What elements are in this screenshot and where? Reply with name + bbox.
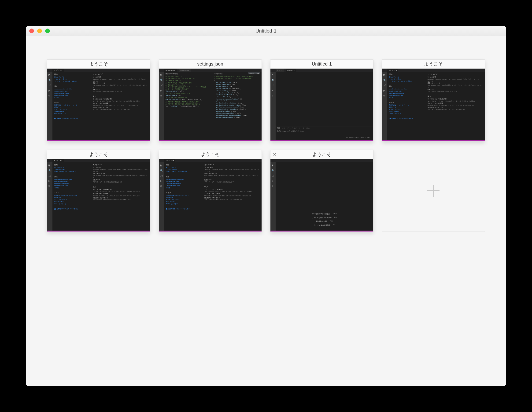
activity-bar-icon[interactable]: ⎘ — [160, 74, 163, 76]
activity-bar-icon[interactable]: ▶ — [160, 179, 163, 182]
activity-bar-icon[interactable]: ⎇ — [48, 174, 51, 177]
activity-bar-icon[interactable]: ⧉ — [272, 185, 275, 187]
tile-header: ✕ ようこそ — [270, 150, 373, 159]
tab-tile-5[interactable]: ようこそ ✕ ようこそ ● ⎘🔍⎇▶⧉ 開始 新しいファイルフォルダーを開く..… — [159, 150, 262, 232]
activity-bar-icon[interactable]: ⧉ — [48, 94, 51, 97]
activity-bar: ⎘🔍⎇▶⧉ — [159, 72, 164, 140]
tile-thumbnail: ⎘🔍⎇▶⧉ すべてのコマンドの表示⇧⌘Pファイルを開くフォルダー⌘O最近開いた項… — [270, 159, 373, 232]
tab-tile-0[interactable]: ようこそ ✕ ようこそ ● ⎘🔍⎇▶⧉ 開始 新しいファイルフォルダーを開く..… — [47, 59, 150, 141]
activity-bar-icon[interactable]: ⎇ — [160, 84, 163, 87]
mission-control-window: Untitled-1 ようこそ ✕ ようこそ ● ⎘🔍⎇▶⧉ 開始 新しいファイ… — [26, 26, 506, 386]
activity-bar-icon[interactable]: ⎘ — [383, 74, 386, 76]
tile-header: ようこそ — [159, 150, 262, 159]
activity-bar-icon[interactable]: 🔍 — [272, 79, 275, 82]
activity-bar-icon[interactable]: ⧉ — [160, 94, 163, 97]
activity-bar-icon[interactable]: ⎘ — [272, 74, 275, 76]
tile-title: ようこそ — [47, 151, 150, 158]
close-icon[interactable]: ✕ — [273, 152, 276, 157]
tab-grid: ようこそ ✕ ようこそ ● ⎘🔍⎇▶⧉ 開始 新しいファイルフォルダーを開く..… — [47, 59, 485, 232]
activity-bar-icon[interactable]: ⧉ — [272, 94, 275, 97]
tab-tile-3[interactable]: ようこそ ✕ ようこそ ● ⎘🔍⎇▶⧉ 開始 新しいファイルフォルダーを開く..… — [382, 59, 485, 141]
tile-header: ようこそ — [382, 60, 485, 69]
activity-bar: ⎘🔍⎇▶⧉ — [159, 162, 164, 231]
minimize-window-button[interactable] — [37, 28, 42, 33]
activity-bar-icon[interactable]: 🔍 — [48, 79, 51, 82]
activity-bar: ⎘🔍⎇▶⧉ — [382, 72, 387, 140]
tile-thumbnail: ⚙ User Settings{} settings.json ⎘🔍⎇▶⧉ 15… — [159, 69, 262, 141]
tile-header: Untitled-1 — [270, 60, 373, 69]
activity-bar-icon[interactable]: ⎘ — [160, 164, 163, 167]
tile-thumbnail: ようこそUntitled-1 ● ⎘🔍⎇▶⧉ 問題出力デバッグ コンソールターミ… — [270, 69, 373, 141]
tile-title: ようこそ — [47, 61, 150, 67]
activity-bar-icon[interactable]: ⎘ — [48, 74, 51, 76]
activity-bar: ⎘🔍⎇▶⧉ — [270, 162, 276, 231]
activity-bar-icon[interactable]: ⎘ — [48, 164, 51, 167]
plus-icon — [427, 185, 439, 197]
activity-bar-icon[interactable]: ▶ — [48, 89, 51, 92]
activity-bar: ⎘🔍⎇▶⧉ — [47, 162, 52, 231]
tab-overview-content: ようこそ ✕ ようこそ ● ⎘🔍⎇▶⧉ 開始 新しいファイルフォルダーを開く..… — [26, 36, 506, 386]
activity-bar-icon[interactable]: ⧉ — [48, 185, 51, 187]
activity-bar-icon[interactable]: 🔍 — [48, 169, 51, 172]
activity-bar: ⎘🔍⎇▶⧉ — [47, 72, 52, 140]
activity-bar-icon[interactable]: ▶ — [272, 179, 275, 182]
tab-tile-4[interactable]: ようこそ ✕ ようこそ ● ⎘🔍⎇▶⧉ 開始 新しいファイルフォルダーを開く..… — [47, 150, 150, 232]
activity-bar-icon[interactable]: 🔍 — [160, 169, 163, 172]
zoom-window-button[interactable] — [45, 28, 50, 33]
activity-bar-icon[interactable]: ⎇ — [160, 174, 163, 177]
tile-thumbnail: ✕ ようこそ ● ⎘🔍⎇▶⧉ 開始 新しいファイルフォルダーを開く...ワークス… — [382, 69, 485, 141]
traffic-lights — [29, 28, 50, 33]
activity-bar-icon[interactable]: ⎇ — [383, 84, 386, 87]
tile-thumbnail: ✕ ようこそ ● ⎘🔍⎇▶⧉ 開始 新しいファイルフォルダーを開く...ワークス… — [47, 69, 150, 141]
activity-bar-icon[interactable]: 🔍 — [272, 169, 275, 172]
new-tab-tile[interactable] — [382, 150, 485, 232]
tab-tile-1[interactable]: settings.json ⚙ User Settings{} settings… — [159, 59, 262, 141]
tile-thumbnail: ✕ ようこそ ● ⎘🔍⎇▶⧉ 開始 新しいファイルフォルダーを開く...ワークス… — [47, 159, 150, 232]
tab-tile-6[interactable]: ✕ ようこそ ⎘🔍⎇▶⧉ すべてのコマンドの表示⇧⌘Pファイルを開くフォルダー⌘… — [270, 150, 373, 232]
activity-bar-icon[interactable]: ⧉ — [383, 94, 386, 97]
activity-bar-icon[interactable]: 🔍 — [383, 79, 386, 82]
tile-header: ようこそ — [47, 60, 150, 69]
activity-bar-icon[interactable]: 🔍 — [160, 79, 163, 82]
activity-bar-icon[interactable]: ⧉ — [160, 185, 163, 187]
tile-thumbnail: ✕ ようこそ ● ⎘🔍⎇▶⧉ 開始 新しいファイルフォルダーを開く...ワークス… — [159, 159, 262, 232]
tile-title: ようこそ — [270, 151, 373, 158]
activity-bar-icon[interactable]: ⎘ — [272, 164, 275, 167]
activity-bar-icon[interactable]: ⎇ — [272, 84, 275, 87]
tab-tile-2[interactable]: Untitled-1 ようこそUntitled-1 ● ⎘🔍⎇▶⧉ 問題出力デバ… — [270, 59, 373, 141]
tile-title: Untitled-1 — [270, 61, 373, 67]
activity-bar-icon[interactable]: ▶ — [160, 89, 163, 92]
titlebar[interactable]: Untitled-1 — [26, 26, 506, 36]
tile-header: ようこそ — [47, 150, 150, 159]
window-title: Untitled-1 — [26, 28, 506, 34]
activity-bar: ⎘🔍⎇▶⧉ — [270, 72, 276, 140]
activity-bar-icon[interactable]: ⎇ — [272, 174, 275, 177]
activity-bar-icon[interactable]: ▶ — [272, 89, 275, 92]
close-window-button[interactable] — [29, 28, 34, 33]
activity-bar-icon[interactable]: ⎇ — [48, 84, 51, 87]
activity-bar-icon[interactable]: ▶ — [383, 89, 386, 92]
activity-bar-icon[interactable]: ▶ — [48, 179, 51, 182]
tile-title: settings.json — [159, 61, 262, 67]
tile-title: ようこそ — [159, 151, 262, 158]
tile-title: ようこそ — [382, 61, 485, 67]
tile-header: settings.json — [159, 60, 262, 69]
